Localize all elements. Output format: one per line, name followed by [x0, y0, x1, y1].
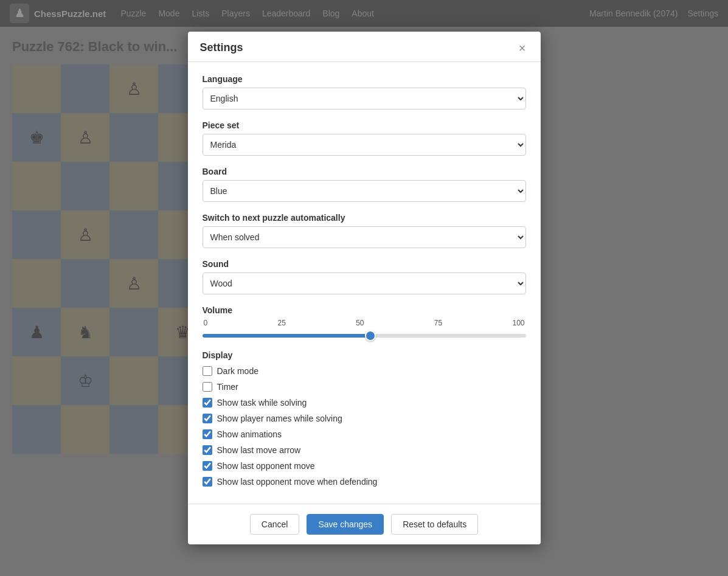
- sound-group: Sound Wood Piano Pop Off: [203, 259, 526, 294]
- display-label: Display: [203, 350, 526, 360]
- board-select[interactable]: Blue Green Brown Gray: [203, 180, 526, 202]
- checkbox-show-last-opponent-defending: Show last opponent move when defending: [203, 477, 526, 487]
- display-section: Display Dark mode Timer Show task while …: [203, 350, 526, 487]
- show-last-opponent-move-label[interactable]: Show last opponent move: [217, 461, 315, 471]
- volume-tick-25: 25: [277, 319, 285, 327]
- cancel-button[interactable]: Cancel: [250, 514, 300, 535]
- show-last-opponent-move-checkbox[interactable]: [203, 461, 212, 471]
- volume-section: Volume 0 25 50 75 100: [203, 305, 526, 339]
- auto-switch-label: Switch to next puzzle automatically: [203, 213, 526, 223]
- piece-set-select[interactable]: Merida Alpha Cburnett Chess7: [203, 134, 526, 156]
- dark-mode-checkbox[interactable]: [203, 366, 212, 376]
- volume-tick-75: 75: [434, 319, 442, 327]
- sound-select[interactable]: Wood Piano Pop Off: [203, 272, 526, 294]
- auto-switch-group: Switch to next puzzle automatically When…: [203, 213, 526, 248]
- language-group: Language English German French Spanish: [203, 74, 526, 109]
- modal-header: Settings ×: [188, 32, 541, 62]
- checkbox-group: Dark mode Timer Show task while solving …: [203, 366, 526, 487]
- language-label: Language: [203, 74, 526, 84]
- auto-switch-select[interactable]: When solved Never After 3 seconds: [203, 226, 526, 248]
- checkbox-timer: Timer: [203, 382, 526, 392]
- show-task-checkbox[interactable]: [203, 398, 212, 408]
- volume-ticks: 0 25 50 75 100: [203, 319, 526, 327]
- volume-slider[interactable]: [203, 334, 526, 338]
- reset-button[interactable]: Reset to defaults: [391, 514, 478, 535]
- modal-overlay: Settings × Language English German Frenc…: [0, 0, 728, 576]
- timer-label[interactable]: Timer: [217, 382, 238, 392]
- settings-modal: Settings × Language English German Frenc…: [188, 32, 541, 544]
- show-last-move-arrow-label[interactable]: Show last move arrow: [217, 445, 301, 455]
- modal-close-button[interactable]: ×: [516, 42, 529, 54]
- show-last-move-arrow-checkbox[interactable]: [203, 445, 212, 455]
- modal-body: Language English German French Spanish P…: [188, 62, 541, 504]
- dark-mode-label[interactable]: Dark mode: [217, 366, 258, 376]
- show-player-names-checkbox[interactable]: [203, 414, 212, 423]
- show-player-names-label[interactable]: Show player names while solving: [217, 414, 342, 423]
- checkbox-show-animations: Show animations: [203, 429, 526, 439]
- modal-footer: Cancel Save changes Reset to defaults: [188, 504, 541, 544]
- piece-set-group: Piece set Merida Alpha Cburnett Chess7: [203, 120, 526, 156]
- volume-tick-100: 100: [512, 319, 524, 327]
- board-group: Board Blue Green Brown Gray: [203, 167, 526, 202]
- save-button[interactable]: Save changes: [307, 514, 384, 535]
- piece-set-label: Piece set: [203, 120, 526, 130]
- checkbox-show-last-move-arrow: Show last move arrow: [203, 445, 526, 455]
- checkbox-show-player-names: Show player names while solving: [203, 414, 526, 423]
- show-task-label[interactable]: Show task while solving: [217, 398, 307, 408]
- board-label: Board: [203, 167, 526, 176]
- modal-title: Settings: [200, 41, 243, 54]
- checkbox-show-last-opponent-move: Show last opponent move: [203, 461, 526, 471]
- volume-label: Volume: [203, 305, 526, 315]
- checkbox-dark-mode: Dark mode: [203, 366, 526, 376]
- show-animations-checkbox[interactable]: [203, 429, 212, 439]
- timer-checkbox[interactable]: [203, 382, 212, 392]
- volume-tick-0: 0: [204, 319, 208, 327]
- checkbox-show-task: Show task while solving: [203, 398, 526, 408]
- show-last-opponent-defending-label[interactable]: Show last opponent move when defending: [217, 477, 378, 487]
- volume-tick-50: 50: [356, 319, 364, 327]
- show-last-opponent-defending-checkbox[interactable]: [203, 477, 212, 487]
- show-animations-label[interactable]: Show animations: [217, 429, 282, 439]
- language-select[interactable]: English German French Spanish: [203, 88, 526, 109]
- sound-label: Sound: [203, 259, 526, 269]
